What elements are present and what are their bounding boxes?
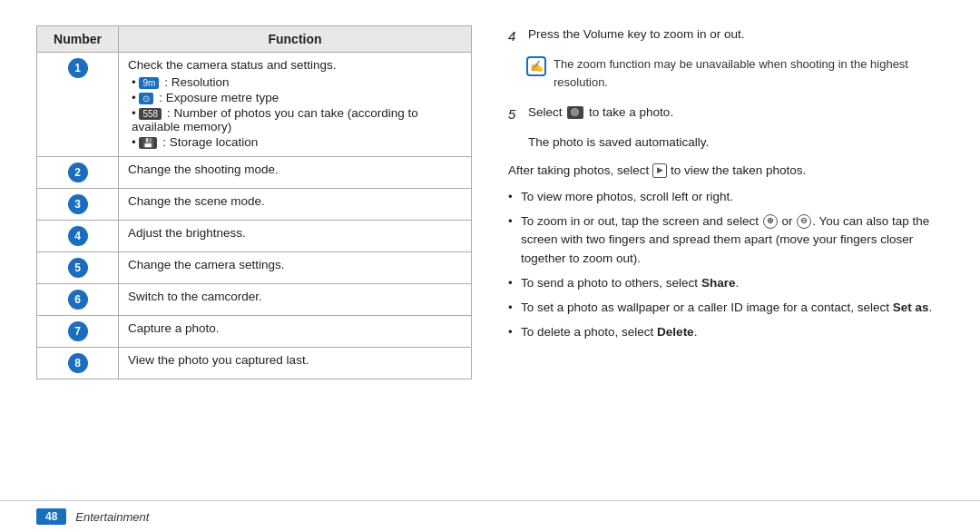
circle-num-4: 4 (68, 226, 88, 246)
bullet-item: To zoom in or out, tap the screen and se… (508, 212, 944, 270)
zoom-out-icon: ⊖ (797, 214, 811, 229)
exposure-icon: ⊙ (139, 93, 153, 104)
right-column: 4 Press the Volume key to zoom in or out… (508, 25, 944, 482)
table-row: 3 Change the scene mode. (37, 189, 472, 221)
bullet-item: To set a photo as wallpaper or a caller … (508, 299, 944, 318)
setas-bold: Set as (893, 300, 929, 314)
table-row: 6 Switch to the camcorder. (37, 284, 472, 316)
bullet-item: To send a photo to others, select Share. (508, 274, 944, 293)
row-number-cell: 4 (37, 221, 119, 252)
row-number-cell: 5 (37, 252, 119, 284)
col-header-function: Function (119, 26, 472, 53)
play-icon: ▶ (652, 163, 667, 178)
step-5-text: Select to take a photo. (528, 103, 673, 123)
circle-num-5: 5 (68, 258, 88, 278)
after-suffix: to view the taken photos. (671, 163, 806, 177)
note-box: ✍ The zoom function may be unavailable w… (526, 55, 944, 92)
share-bold: Share (701, 276, 736, 290)
bullet-item: To delete a photo, select Delete. (508, 323, 944, 342)
step-5-num: 5 (508, 103, 523, 124)
row-number-cell: 2 (37, 157, 119, 189)
main-content: Number Function 1 Check the camera statu… (0, 0, 980, 500)
delete-bold: Delete (657, 325, 694, 339)
row-function-cell: Change the shooting mode. (119, 157, 472, 189)
table-row: 8 View the photo you captured last. (37, 348, 472, 379)
table-row: 5 Change the camera settings. (37, 252, 472, 284)
col-header-number: Number (37, 26, 119, 53)
list-item-label: : Exposure metre type (159, 91, 279, 104)
row1-list: 9m : Resolution ⊙ : Exposure metre type … (128, 75, 462, 149)
list-item: 💾 : Storage location (132, 135, 462, 149)
row-number-cell: 6 (37, 284, 119, 316)
circle-num-8: 8 (68, 353, 88, 373)
list-item-label: : Resolution (164, 75, 229, 89)
footer-label: Entertainment (75, 510, 149, 524)
step-4-num: 4 (508, 25, 523, 46)
circle-num-6: 6 (68, 290, 88, 310)
step-4-text: Press the Volume key to zoom in or out. (528, 25, 745, 44)
circle-num-2: 2 (68, 163, 88, 182)
after-text-line: After taking photos, select ▶ to view th… (508, 162, 944, 181)
note-icon: ✍ (526, 56, 546, 76)
page-number: 48 (36, 508, 66, 525)
bullets-list: To view more photos, scroll left or righ… (508, 188, 944, 342)
table-row: 1 Check the camera status and settings. … (37, 53, 472, 157)
left-column: Number Function 1 Check the camera statu… (36, 25, 472, 482)
table-row: 4 Adjust the brightness. (37, 221, 472, 252)
after-text: After taking photos, select (508, 163, 649, 177)
row-number-cell: 3 (37, 189, 119, 221)
circle-num-1: 1 (68, 58, 88, 78)
row-function-cell: Change the scene mode. (119, 189, 472, 221)
step-5: 5 Select to take a photo. (508, 103, 944, 124)
list-item-label: : Number of photos you can take (accordi… (132, 106, 418, 133)
resolution-icon: 9m (139, 77, 159, 89)
storage-icon: 💾 (139, 137, 157, 149)
row1-header: Check the camera status and settings. (128, 58, 337, 72)
table-row: 7 Capture a photo. (37, 316, 472, 348)
step-4: 4 Press the Volume key to zoom in or out… (508, 25, 944, 46)
row-function-cell: Change the camera settings. (119, 252, 472, 284)
list-item: 558 : Number of photos you can take (acc… (132, 106, 462, 133)
table-row: 2 Change the shooting mode. (37, 157, 472, 189)
circle-num-3: 3 (68, 194, 88, 214)
bullet-item: To view more photos, scroll left or righ… (508, 188, 944, 207)
zoom-in-icon: ⊕ (763, 214, 778, 229)
row-number-cell: 8 (37, 348, 119, 379)
row-function-cell: View the photo you captured last. (119, 348, 472, 379)
bullets-section: To view more photos, scroll left or righ… (508, 188, 944, 342)
row-number-cell: 7 (37, 316, 119, 348)
list-item: 9m : Resolution (132, 75, 462, 89)
row-number-cell: 1 (37, 53, 119, 157)
circle-num-7: 7 (68, 321, 88, 341)
camera-icon (567, 106, 583, 119)
row-function-cell: Adjust the brightness. (119, 221, 472, 252)
list-item-label: : Storage location (162, 135, 258, 149)
camera-functions-table: Number Function 1 Check the camera statu… (36, 25, 472, 379)
row-function-cell: Check the camera status and settings. 9m… (119, 53, 472, 157)
footer: 48 Entertainment (0, 500, 980, 532)
list-item: ⊙ : Exposure metre type (132, 91, 462, 104)
step-5-sub: The photo is saved automatically. (508, 133, 944, 153)
row-function-cell: Switch to the camcorder. (119, 284, 472, 316)
row-function-cell: Capture a photo. (119, 316, 472, 348)
note-text: The zoom function may be unavailable whe… (554, 55, 944, 92)
photo-count-icon: 558 (139, 108, 162, 120)
